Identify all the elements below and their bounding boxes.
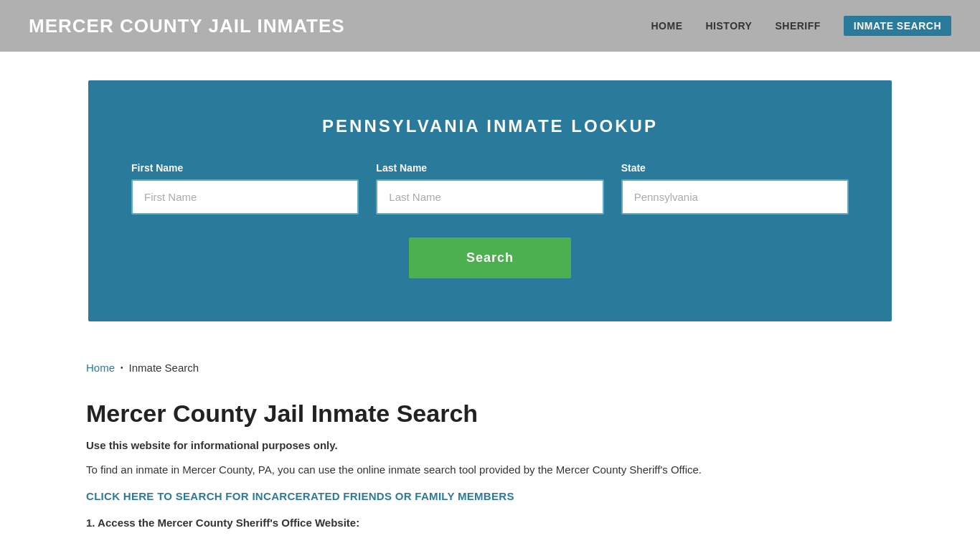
search-button[interactable]: Search (409, 237, 571, 278)
breadcrumb: Home • Inmate Search (0, 350, 980, 385)
nav-inmate-search[interactable]: INMATE SEARCH (844, 16, 951, 36)
search-banner-title: PENNSYLVANIA INMATE LOOKUP (131, 116, 849, 136)
state-group: State (621, 162, 849, 215)
info-paragraph: To find an inmate in Mercer County, PA, … (86, 461, 894, 479)
last-name-input[interactable] (376, 179, 603, 215)
search-button-row: Search (131, 237, 849, 278)
breadcrumb-current: Inmate Search (129, 362, 199, 374)
click-here-link[interactable]: CLICK HERE to Search for Incarcerated Fr… (86, 490, 514, 502)
breadcrumb-home-link[interactable]: Home (86, 362, 115, 374)
info-text-bold: Use this website for informational purpo… (86, 439, 894, 451)
first-name-group: First Name (131, 162, 359, 215)
last-name-label: Last Name (376, 162, 603, 174)
page-title: Mercer County Jail Inmate Search (86, 400, 894, 428)
last-name-group: Last Name (376, 162, 603, 215)
nav-sheriff[interactable]: SHERIFF (775, 20, 820, 32)
breadcrumb-separator: • (121, 364, 123, 372)
first-name-label: First Name (131, 162, 359, 174)
main-content: Mercer County Jail Inmate Search Use thi… (0, 385, 980, 551)
state-label: State (621, 162, 849, 174)
main-nav: HOME HISTORY SHERIFF INMATE SEARCH (651, 16, 952, 36)
site-header: MERCER COUNTY JAIL INMATES HOME HISTORY … (0, 0, 980, 52)
nav-history[interactable]: HISTORY (706, 20, 753, 32)
numbered-item-1: 1. Access the Mercer County Sheriff's Of… (86, 517, 894, 529)
site-title: MERCER COUNTY JAIL INMATES (29, 15, 345, 37)
search-banner: PENNSYLVANIA INMATE LOOKUP First Name La… (88, 80, 892, 321)
state-input[interactable] (621, 179, 849, 215)
search-fields-row: First Name Last Name State (131, 162, 849, 215)
first-name-input[interactable] (131, 179, 359, 215)
nav-home[interactable]: HOME (651, 20, 683, 32)
